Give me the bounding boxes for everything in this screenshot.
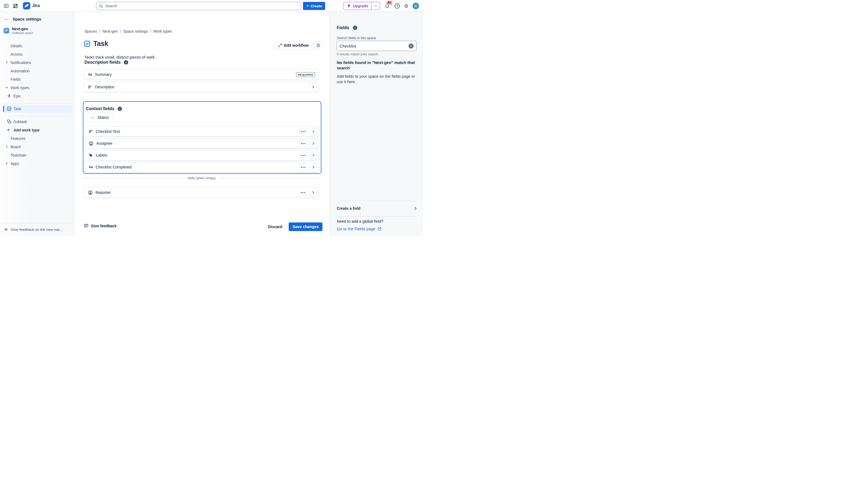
info-icon[interactable]: i xyxy=(124,60,128,64)
external-link-icon xyxy=(377,227,381,231)
jira-logo-icon[interactable] xyxy=(23,2,30,9)
global-search[interactable] xyxy=(96,2,301,10)
chevron-right-icon xyxy=(5,145,8,148)
create-a-field-button[interactable]: Create a field xyxy=(337,205,417,212)
expand-row-button[interactable] xyxy=(309,83,317,91)
diamond-icon xyxy=(347,4,351,8)
clear-search-icon[interactable]: ✕ xyxy=(408,43,414,49)
chevron-right-icon xyxy=(312,165,315,169)
field-row-reporter[interactable]: Reporter ●●● xyxy=(84,187,319,198)
field-row-checklist-text[interactable]: Checklist Text ●●● xyxy=(85,126,319,137)
row-more-button[interactable]: ●●● xyxy=(300,140,307,147)
upgrade-button[interactable]: Upgrade xyxy=(344,2,371,10)
app-switcher-icon[interactable] xyxy=(12,3,19,9)
breadcrumb-space-settings[interactable]: Space settings xyxy=(123,29,148,33)
text-field-icon: Aa xyxy=(88,72,92,77)
row-more-button[interactable]: ●●● xyxy=(299,189,307,196)
context-fields-dropzone: Context fields i → Status Checklist Text… xyxy=(83,101,321,174)
breadcrumb-spaces[interactable]: Spaces xyxy=(85,29,97,33)
field-row-assignee[interactable]: Assignee ●●● xyxy=(85,138,319,148)
expand-row-button[interactable] xyxy=(310,140,317,147)
collapse-sidebar-icon[interactable] xyxy=(3,3,9,9)
sidebar-item-details[interactable]: Details xyxy=(2,41,72,50)
project-avatar-rocket-icon xyxy=(3,28,9,33)
expand-row-button[interactable] xyxy=(309,189,317,196)
upgrade-more-button[interactable]: ••• xyxy=(371,2,380,10)
no-fields-message: No fields found in "Next-gen" match that… xyxy=(337,60,415,70)
edit-workflow-button[interactable]: Edit workflow xyxy=(274,41,312,50)
search-icon xyxy=(99,4,103,8)
row-more-button[interactable]: ●●● xyxy=(300,163,307,171)
space-settings-sidebar: ← Space settings Next-gen Software space… xyxy=(0,12,74,236)
page-subtitle: Tasks track small, distinct pieces of wo… xyxy=(85,55,156,59)
breadcrumb-next-gen[interactable]: Next-gen xyxy=(102,29,118,33)
search-fields-label: Search fields in this space xyxy=(337,36,376,40)
sidebar-item-fields[interactable]: Fields xyxy=(2,75,72,83)
sidebar-divider xyxy=(3,103,71,104)
hide-when-empty-divider: Hide when empty xyxy=(84,176,319,180)
sidebar-item-epic[interactable]: Epic xyxy=(2,92,72,100)
settings-gear-icon[interactable]: ⚙ xyxy=(404,3,408,9)
upgrade-button-group: Upgrade ••• xyxy=(343,2,380,10)
give-feedback-button[interactable]: Give feedback xyxy=(84,223,117,228)
create-button[interactable]: + Create xyxy=(303,2,325,10)
save-changes-button[interactable]: Save changes xyxy=(289,222,322,231)
field-row-description[interactable]: Description xyxy=(84,82,319,92)
sidebar-item-add-work-type[interactable]: + Add work type xyxy=(2,126,72,134)
field-row-summary[interactable]: Aa Summary REQUIRED xyxy=(84,69,319,80)
chevron-right-icon xyxy=(312,130,315,133)
sidebar-item-task[interactable]: Task xyxy=(2,105,72,113)
context-fields-heading: Context fields xyxy=(86,107,115,111)
sidebar-item-notifications[interactable]: Notifications xyxy=(2,58,72,67)
row-more-button[interactable]: ●●● xyxy=(300,128,307,135)
row-more-button[interactable]: ●●● xyxy=(300,152,307,159)
status-chip[interactable]: → Status xyxy=(86,112,113,122)
megaphone-icon xyxy=(4,227,8,232)
sidebar-item-toolchain[interactable]: Toolchain xyxy=(2,151,72,159)
sidebar-item-features[interactable]: Features xyxy=(2,134,72,143)
chevron-right-icon xyxy=(5,162,8,165)
field-row-checklist-completed[interactable]: Aa Checklist Completed ●●● xyxy=(85,162,319,172)
chevron-right-icon xyxy=(5,61,8,64)
project-type: Software space xyxy=(12,31,33,35)
sidebar-item-apps[interactable]: Apps xyxy=(2,159,72,168)
epic-icon xyxy=(7,94,11,98)
paragraph-icon xyxy=(88,85,92,89)
paragraph-icon xyxy=(89,129,93,133)
fields-search-box[interactable]: ✕ xyxy=(337,41,416,51)
global-field-question: Need to add a global field? xyxy=(337,219,383,223)
chevron-right-icon xyxy=(414,207,417,210)
person-icon xyxy=(89,141,93,146)
sidebar-item-subtask[interactable]: Subtask xyxy=(2,117,72,126)
task-checkbox-icon xyxy=(7,107,11,111)
sidebar-item-access[interactable]: Access xyxy=(2,50,72,58)
user-avatar[interactable]: JC xyxy=(412,3,419,9)
info-icon[interactable]: i xyxy=(118,107,122,111)
expand-row-button[interactable] xyxy=(310,128,317,135)
expand-row-button[interactable] xyxy=(310,163,317,171)
text-field-icon: Aa xyxy=(89,165,93,169)
sidebar-item-work-types[interactable]: Work types xyxy=(2,83,72,92)
fields-panel-heading: Fields xyxy=(337,25,349,30)
description-fields-heading: Description fields xyxy=(85,60,121,65)
notifications-bell-icon[interactable]: 9+ xyxy=(384,3,391,9)
help-icon[interactable]: ? xyxy=(395,3,400,9)
field-row-labels[interactable]: Labels ●●● xyxy=(85,150,319,160)
fields-search-input[interactable] xyxy=(340,44,408,48)
project-header[interactable]: Next-gen Software space xyxy=(3,27,33,35)
search-results-count: 0 results match your search xyxy=(337,52,378,56)
sidebar-item-automation[interactable]: Automation xyxy=(2,67,72,75)
back-arrow-icon[interactable]: ← xyxy=(3,16,10,22)
breadcrumb-work-types[interactable]: Work types xyxy=(153,29,172,33)
sidebar-feedback-link[interactable]: Give feedback on the new nav... xyxy=(0,223,74,236)
drag-indicator xyxy=(3,106,4,112)
chevron-right-icon xyxy=(312,191,315,194)
tag-icon xyxy=(89,153,93,157)
search-input[interactable] xyxy=(105,4,298,8)
info-icon[interactable]: i xyxy=(353,26,357,30)
sidebar-item-board[interactable]: Board xyxy=(2,143,72,151)
go-to-fields-page-link[interactable]: Go to the Fields page xyxy=(337,226,381,231)
discard-button[interactable]: Discard xyxy=(264,222,286,231)
unlock-button[interactable] xyxy=(314,41,322,50)
expand-row-button[interactable] xyxy=(310,152,317,159)
